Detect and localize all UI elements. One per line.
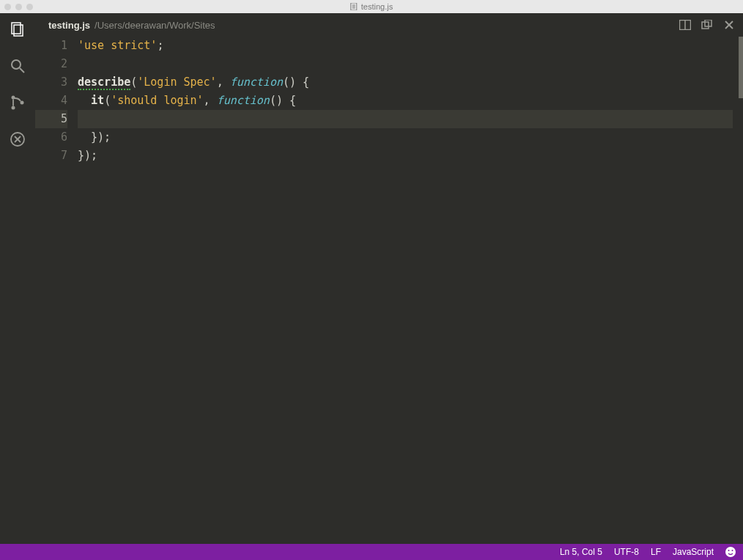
svg-point-8 xyxy=(12,96,15,100)
zoom-window-icon[interactable] xyxy=(26,4,33,10)
line-number: 3 xyxy=(35,73,67,92)
svg-point-18 xyxy=(725,547,736,557)
close-editor-icon[interactable] xyxy=(722,18,736,32)
titlebar-title: testing.js xyxy=(350,2,393,11)
code-line[interactable]: describe('Login Spec', function() { xyxy=(78,73,733,92)
debug-icon[interactable] xyxy=(7,129,28,150)
line-number: 1 xyxy=(35,37,67,55)
traffic-lights xyxy=(0,4,33,10)
file-icon xyxy=(350,3,358,10)
line-number-gutter: 1234567 xyxy=(35,37,78,544)
line-number: 4 xyxy=(35,92,67,110)
close-window-icon[interactable] xyxy=(4,4,11,10)
code-line[interactable]: it('should login', function() { xyxy=(78,92,733,110)
language-mode[interactable]: JavaScript xyxy=(673,547,714,557)
code-line[interactable]: }); xyxy=(78,128,733,147)
minimize-window-icon[interactable] xyxy=(15,4,22,10)
code-line[interactable] xyxy=(78,110,733,128)
split-editor-icon[interactable] xyxy=(679,18,692,32)
code-line[interactable]: 'use strict'; xyxy=(78,37,733,55)
svg-point-9 xyxy=(12,106,15,110)
open-file-path: /Users/deerawan/Work/Sites xyxy=(95,20,215,31)
code-line[interactable]: }); xyxy=(78,147,733,165)
svg-line-7 xyxy=(20,68,24,73)
window-titlebar: testing.js xyxy=(0,0,743,13)
activity-bar xyxy=(0,13,35,544)
status-bar: Ln 5, Col 5 UTF-8 LF JavaScript xyxy=(0,544,743,560)
svg-point-6 xyxy=(12,60,21,69)
line-number: 2 xyxy=(35,55,67,73)
titlebar-filename: testing.js xyxy=(361,2,393,11)
scrollbar-thumb[interactable] xyxy=(739,37,743,98)
scrollbar[interactable] xyxy=(739,37,743,544)
code-line[interactable] xyxy=(78,55,733,73)
feedback-icon[interactable] xyxy=(725,547,736,557)
svg-point-20 xyxy=(732,550,733,551)
code-area[interactable]: 1234567 'use strict'; describe('Login Sp… xyxy=(35,37,743,544)
cursor-position[interactable]: Ln 5, Col 5 xyxy=(560,547,602,557)
editor-actions xyxy=(679,18,736,32)
main-area: testing.js /Users/deerawan/Work/Sites 12… xyxy=(0,13,743,544)
code-content[interactable]: 'use strict'; describe('Login Spec', fun… xyxy=(78,37,739,544)
eol-indicator[interactable]: LF xyxy=(651,547,661,557)
open-file-name[interactable]: testing.js xyxy=(48,20,90,31)
svg-point-10 xyxy=(21,101,24,105)
editor: testing.js /Users/deerawan/Work/Sites 12… xyxy=(35,13,743,544)
line-number: 6 xyxy=(35,128,67,147)
file-encoding[interactable]: UTF-8 xyxy=(614,547,639,557)
explorer-icon[interactable] xyxy=(7,19,28,40)
editor-tab-row: testing.js /Users/deerawan/Work/Sites xyxy=(35,13,743,37)
source-control-icon[interactable] xyxy=(7,92,28,113)
line-number: 5 xyxy=(35,110,67,128)
svg-point-19 xyxy=(728,550,730,551)
more-actions-icon[interactable] xyxy=(701,18,714,32)
line-number: 7 xyxy=(35,147,67,165)
search-icon[interactable] xyxy=(7,56,28,76)
